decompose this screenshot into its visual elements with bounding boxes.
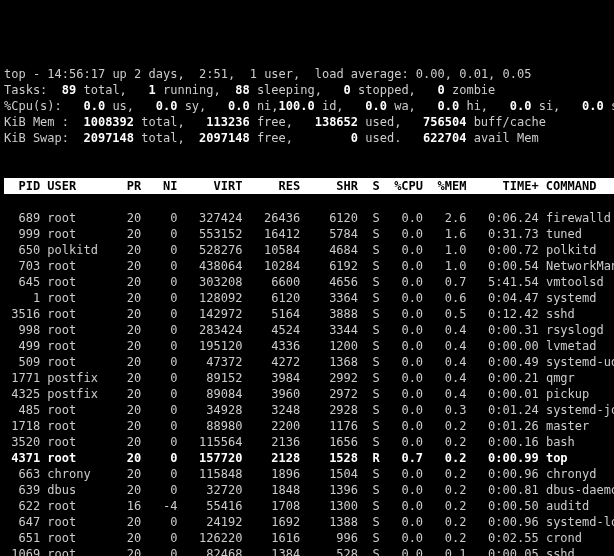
cell-pid: 663 (4, 466, 47, 482)
cell-time+: 0:00.54 (474, 258, 546, 274)
table-row[interactable]: 1 root 20 0 128092 6120 3364 S 0.0 0.6 0… (4, 290, 614, 306)
cell-ni: 0 (149, 274, 185, 290)
cell-ni: 0 (149, 434, 185, 450)
cell-ni: 0 (149, 370, 185, 386)
cell-time+: 0:04.47 (474, 290, 546, 306)
table-row[interactable]: 663 chrony 20 0 115848 1896 1504 S 0.0 0… (4, 466, 614, 482)
cell-s: S (365, 306, 387, 322)
cell-virt: 89152 (185, 370, 250, 386)
cell-res: 4272 (250, 354, 308, 370)
cell-%mem: 2.6 (430, 210, 473, 226)
cell-pid: 645 (4, 274, 47, 290)
cell-ni: 0 (149, 386, 185, 402)
cell-%cpu: 0.0 (387, 338, 430, 354)
cell-pr: 20 (112, 530, 148, 546)
cell-user: root (47, 530, 112, 546)
cell-time+: 0:00.31 (474, 322, 546, 338)
table-row[interactable]: 647 root 20 0 24192 1692 1388 S 0.0 0.2 … (4, 514, 614, 530)
cell-s: R (365, 450, 387, 466)
cell-command: master (546, 418, 614, 434)
cell-%mem: 0.2 (430, 450, 473, 466)
cell-ni: 0 (149, 418, 185, 434)
cell-shr: 1368 (307, 354, 365, 370)
cell-time+: 0:01.26 (474, 418, 546, 434)
table-row[interactable]: 4371 root 20 0 157720 2128 1528 R 0.7 0.… (4, 450, 614, 466)
cell-command: systemd-logind (546, 514, 614, 530)
table-row[interactable]: 4325 postfix 20 0 89084 3960 2972 S 0.0 … (4, 386, 614, 402)
cell-user: root (47, 354, 112, 370)
cell-%mem: 0.4 (430, 386, 473, 402)
cell-pid: 998 (4, 322, 47, 338)
cell-user: root (47, 498, 112, 514)
cell-res: 10584 (250, 242, 308, 258)
cell-pr: 16 (112, 498, 148, 514)
table-row[interactable]: 639 dbus 20 0 32720 1848 1396 S 0.0 0.2 … (4, 482, 614, 498)
cell-%cpu: 0.0 (387, 210, 430, 226)
process-table-header[interactable]: PID USER PR NI VIRT RES SHR S %CPU %MEM … (4, 178, 614, 194)
table-row[interactable]: 689 root 20 0 327424 26436 6120 S 0.0 2.… (4, 210, 614, 226)
cell-virt: 283424 (185, 322, 250, 338)
table-row[interactable]: 3516 root 20 0 142972 5164 3888 S 0.0 0.… (4, 306, 614, 322)
cell-shr: 2972 (307, 386, 365, 402)
cell-%mem: 0.6 (430, 290, 473, 306)
cell-virt: 303208 (185, 274, 250, 290)
cell-shr: 1528 (307, 450, 365, 466)
table-row[interactable]: 509 root 20 0 47372 4272 1368 S 0.0 0.4 … (4, 354, 614, 370)
cell-s: S (365, 242, 387, 258)
cell-%cpu: 0.0 (387, 514, 430, 530)
cell-time+: 0:00.96 (474, 514, 546, 530)
table-row[interactable]: 485 root 20 0 34928 3248 2928 S 0.0 0.3 … (4, 402, 614, 418)
cell-res: 10284 (250, 258, 308, 274)
table-row[interactable]: 1718 root 20 0 88980 2200 1176 S 0.0 0.2… (4, 418, 614, 434)
cell-%cpu: 0.0 (387, 370, 430, 386)
cell-pid: 999 (4, 226, 47, 242)
cell-command: vmtoolsd (546, 274, 614, 290)
cell-res: 16412 (250, 226, 308, 242)
cell-pr: 20 (112, 338, 148, 354)
cell-command: chronyd (546, 466, 614, 482)
cell-user: root (47, 450, 112, 466)
table-row[interactable]: 3520 root 20 0 115564 2136 1656 S 0.0 0.… (4, 434, 614, 450)
table-row[interactable]: 999 root 20 0 553152 16412 5784 S 0.0 1.… (4, 226, 614, 242)
cell-%cpu: 0.0 (387, 466, 430, 482)
cell-pid: 689 (4, 210, 47, 226)
cell-pid: 4371 (4, 450, 47, 466)
cell-%mem: 0.3 (430, 402, 473, 418)
cell-%cpu: 0.0 (387, 290, 430, 306)
cell-pr: 20 (112, 354, 148, 370)
cell-%cpu: 0.0 (387, 354, 430, 370)
cell-virt: 47372 (185, 354, 250, 370)
cell-time+: 5:41.54 (474, 274, 546, 290)
cell-%mem: 0.4 (430, 354, 473, 370)
cell-virt: 157720 (185, 450, 250, 466)
table-row[interactable]: 703 root 20 0 438064 10284 6192 S 0.0 1.… (4, 258, 614, 274)
table-row[interactable]: 651 root 20 0 126220 1616 996 S 0.0 0.2 … (4, 530, 614, 546)
table-row[interactable]: 499 root 20 0 195120 4336 1200 S 0.0 0.4… (4, 338, 614, 354)
cell-pid: 509 (4, 354, 47, 370)
cell-pr: 20 (112, 370, 148, 386)
cell-pr: 20 (112, 322, 148, 338)
cell-ni: 0 (149, 242, 185, 258)
cell-s: S (365, 370, 387, 386)
cell-%mem: 0.2 (430, 418, 473, 434)
cell-command: tuned (546, 226, 614, 242)
cell-res: 26436 (250, 210, 308, 226)
cell-pid: 703 (4, 258, 47, 274)
cell-user: root (47, 546, 112, 556)
table-row[interactable]: 998 root 20 0 283424 4524 3344 S 0.0 0.4… (4, 322, 614, 338)
table-row[interactable]: 1069 root 20 0 82468 1384 528 S 0.0 0.1 … (4, 546, 614, 556)
table-row[interactable]: 650 polkitd 20 0 528276 10584 4684 S 0.0… (4, 242, 614, 258)
cell-%cpu: 0.0 (387, 274, 430, 290)
cell-pr: 20 (112, 274, 148, 290)
cell-s: S (365, 514, 387, 530)
table-row[interactable]: 645 root 20 0 303208 6600 4656 S 0.0 0.7… (4, 274, 614, 290)
table-row[interactable]: 1771 postfix 20 0 89152 3984 2992 S 0.0 … (4, 370, 614, 386)
cell-pid: 4325 (4, 386, 47, 402)
cell-res: 2128 (250, 450, 308, 466)
cell-res: 2200 (250, 418, 308, 434)
table-row[interactable]: 622 root 16 -4 55416 1708 1300 S 0.0 0.2… (4, 498, 614, 514)
cell-time+: 0:00.96 (474, 466, 546, 482)
cell-pr: 20 (112, 242, 148, 258)
cell-res: 1848 (250, 482, 308, 498)
cell-pid: 639 (4, 482, 47, 498)
